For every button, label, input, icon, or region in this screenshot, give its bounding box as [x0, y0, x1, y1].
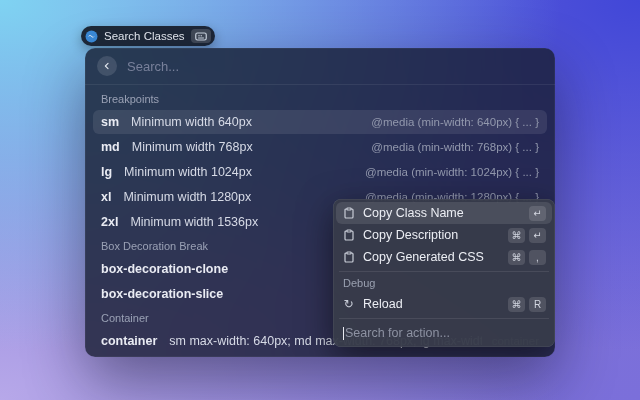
- action-reload[interactable]: ↻ Reload ⌘ R: [336, 293, 552, 315]
- generated-css-accessory: @media (min-width: 1024px) { ... }: [355, 166, 539, 178]
- clipboard-icon: [342, 207, 355, 220]
- key-r: R: [529, 297, 546, 312]
- reload-icon: ↻: [342, 298, 355, 311]
- action-label: Copy Class Name: [363, 206, 521, 220]
- search-input[interactable]: Search...: [127, 59, 179, 74]
- class-description: Minimum width 640px: [131, 115, 252, 129]
- clipboard-icon: [342, 251, 355, 264]
- section-header-breakpoints: Breakpoints: [101, 93, 539, 106]
- list-item-md[interactable]: md Minimum width 768px @media (min-width…: [93, 135, 547, 159]
- generated-css-accessory: @media (min-width: 768px) { ... }: [361, 141, 539, 153]
- class-keyword: container: [101, 334, 157, 348]
- search-bar: Search...: [85, 48, 555, 85]
- chevron-left-icon: [102, 61, 112, 71]
- class-description: Minimum width 1280px: [123, 190, 251, 204]
- class-description: Minimum width 1024px: [124, 165, 252, 179]
- action-copy-generated-css[interactable]: Copy Generated CSS ⌘ ,: [336, 246, 552, 268]
- action-search-input[interactable]: Search for action...: [336, 322, 552, 344]
- class-keyword: 2xl: [101, 215, 118, 229]
- action-copy-description[interactable]: Copy Description ⌘ ↵: [336, 224, 552, 246]
- list-item-sm[interactable]: sm Minimum width 640px @media (min-width…: [93, 110, 547, 134]
- class-keyword: xl: [101, 190, 111, 204]
- key-comma: ,: [529, 250, 546, 265]
- class-keyword: lg: [101, 165, 112, 179]
- action-label: Reload: [363, 297, 500, 311]
- key-return: ↵: [529, 206, 546, 221]
- panel-divider: [339, 318, 549, 319]
- class-keyword: md: [101, 140, 120, 154]
- panel-divider: [339, 271, 549, 272]
- class-keyword: box-decoration-slice: [101, 287, 223, 301]
- generated-css-accessory: @media (min-width: 640px) { ... }: [361, 116, 539, 128]
- class-description: Minimum width 768px: [132, 140, 253, 154]
- command-palette-window: Search... Breakpoints sm Minimum width 6…: [85, 48, 555, 357]
- text-caret: [343, 327, 344, 340]
- class-keyword: box-decoration-clone: [101, 262, 228, 276]
- key-return: ↵: [529, 228, 546, 243]
- key-cmd: ⌘: [508, 297, 525, 312]
- class-description: Minimum width 1536px: [130, 215, 258, 229]
- list-item-lg[interactable]: lg Minimum width 1024px @media (min-widt…: [93, 160, 547, 184]
- panel-section-debug: Debug: [343, 277, 545, 289]
- class-keyword: sm: [101, 115, 119, 129]
- action-panel: Copy Class Name ↵ Copy Description ⌘ ↵: [333, 199, 555, 347]
- action-label: Copy Generated CSS: [363, 250, 500, 264]
- clipboard-icon: [342, 229, 355, 242]
- action-copy-class-name[interactable]: Copy Class Name ↵: [336, 202, 552, 224]
- key-cmd: ⌘: [508, 250, 525, 265]
- action-search-placeholder: Search for action...: [345, 326, 450, 340]
- tailwind-logo-icon: [85, 30, 98, 43]
- extension-tag-label: Search Classes: [104, 30, 185, 42]
- desktop-background: Search Classes Search... Breakpoints sm: [0, 0, 640, 400]
- action-label: Copy Description: [363, 228, 500, 242]
- extension-tag-pill[interactable]: Search Classes: [81, 26, 215, 46]
- key-cmd: ⌘: [508, 228, 525, 243]
- keyboard-hint-icon: [191, 29, 211, 43]
- back-button[interactable]: [97, 56, 117, 76]
